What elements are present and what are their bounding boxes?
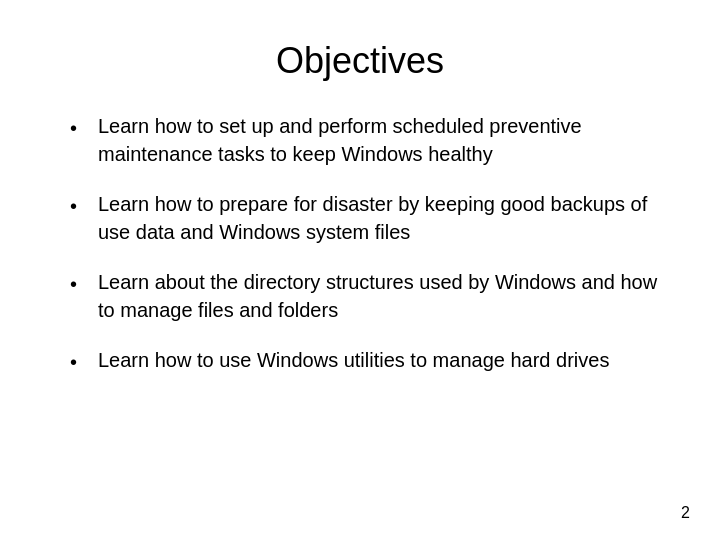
bullet-text: Learn how to prepare for disaster by kee… bbox=[98, 190, 670, 246]
bullet-text: Learn how to set up and perform schedule… bbox=[98, 112, 670, 168]
slide-content: •Learn how to set up and perform schedul… bbox=[50, 112, 670, 510]
bullet-dot-icon: • bbox=[70, 192, 90, 220]
bullet-text: Learn about the directory structures use… bbox=[98, 268, 670, 324]
bullet-text: Learn how to use Windows utilities to ma… bbox=[98, 346, 670, 374]
bullet-dot-icon: • bbox=[70, 114, 90, 142]
list-item: •Learn how to prepare for disaster by ke… bbox=[70, 190, 670, 246]
list-item: •Learn about the directory structures us… bbox=[70, 268, 670, 324]
page-number: 2 bbox=[681, 504, 690, 522]
list-item: •Learn how to set up and perform schedul… bbox=[70, 112, 670, 168]
bullet-dot-icon: • bbox=[70, 270, 90, 298]
list-item: •Learn how to use Windows utilities to m… bbox=[70, 346, 670, 376]
bullet-dot-icon: • bbox=[70, 348, 90, 376]
slide-title: Objectives bbox=[50, 40, 670, 82]
slide-container: Objectives •Learn how to set up and perf… bbox=[0, 0, 720, 540]
bullet-list: •Learn how to set up and perform schedul… bbox=[70, 112, 670, 398]
